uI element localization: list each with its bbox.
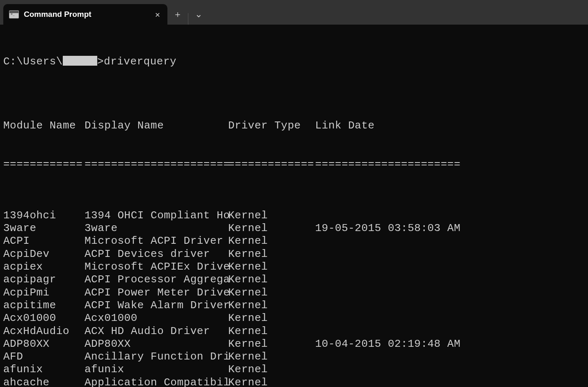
- cell-link: [315, 273, 585, 286]
- cell-type: Kernel: [228, 325, 315, 338]
- cell-type: Kernel: [228, 286, 315, 299]
- sep-type: =============: [228, 158, 315, 171]
- table-row: ahcacheApplication CompatibilKernel: [3, 376, 585, 387]
- cell-display: ACPI Processor Aggrega: [85, 273, 228, 286]
- table-row: 3ware3wareKernel19-05-2015 03:58:03 AM: [3, 222, 585, 235]
- cell-link: [315, 325, 585, 338]
- titlebar: Command Prompt ✕ ＋ ⌄: [0, 0, 588, 25]
- cell-module: ACPI: [3, 235, 85, 247]
- header-type: Driver Type: [228, 119, 315, 132]
- cell-type: Kernel: [228, 312, 315, 325]
- tab-title: Command Prompt: [24, 10, 152, 19]
- cell-module: AcpiPmi: [3, 286, 85, 299]
- sep-module: ============: [3, 158, 85, 171]
- cell-display: Acx01000: [85, 312, 228, 325]
- cell-link: [315, 248, 585, 261]
- cell-module: 1394ohci: [3, 209, 85, 222]
- data-rows-container: 1394ohci1394 OHCI Compliant HoKernel3war…: [3, 209, 585, 387]
- cell-module: ahcache: [3, 376, 85, 387]
- cell-module: acpipagr: [3, 273, 85, 286]
- cell-type: Kernel: [228, 273, 315, 286]
- prompt-line: C:\Users\>driverquery: [3, 55, 585, 68]
- cell-module: Acx01000: [3, 312, 85, 325]
- cell-link: [315, 209, 585, 222]
- redacted-username: [63, 56, 97, 66]
- cell-display: afunix: [85, 363, 228, 376]
- cell-link: [315, 376, 585, 387]
- separator-row: ============ ====================== ====…: [3, 158, 585, 171]
- cell-display: 1394 OHCI Compliant Ho: [85, 209, 228, 222]
- terminal-output[interactable]: C:\Users\>driverquery Module Name Displa…: [0, 25, 588, 387]
- cell-module: acpiex: [3, 261, 85, 273]
- active-tab[interactable]: Command Prompt ✕: [3, 4, 167, 25]
- cell-link: [315, 363, 585, 376]
- cell-link: [315, 235, 585, 247]
- cell-link: 19-05-2015 03:58:03 AM: [315, 222, 585, 235]
- table-row: ACPIMicrosoft ACPI DriverKernel: [3, 235, 585, 247]
- tab-dropdown-button[interactable]: ⌄: [188, 4, 209, 25]
- cell-link: [315, 261, 585, 273]
- cell-module: afunix: [3, 363, 85, 376]
- table-row: AcxHdAudioACX HD Audio DriverKernel: [3, 325, 585, 338]
- cell-type: Kernel: [228, 350, 315, 363]
- table-row: acpipagrACPI Processor AggregaKernel: [3, 273, 585, 286]
- cell-display: 3ware: [85, 222, 228, 235]
- cell-display: ACPI Devices driver: [85, 248, 228, 261]
- header-row: Module Name Display Name Driver Type Lin…: [3, 119, 585, 132]
- cell-type: Kernel: [228, 376, 315, 387]
- cell-display: ACPI Wake Alarm Driver: [85, 299, 228, 312]
- cell-display: Application Compatibil: [85, 376, 228, 387]
- cell-module: ADP80XX: [3, 338, 85, 350]
- cell-display: Microsoft ACPI Driver: [85, 235, 228, 247]
- cell-display: Microsoft ACPIEx Drive: [85, 261, 228, 273]
- close-tab-button[interactable]: ✕: [152, 9, 163, 20]
- cell-display: Ancillary Function Dri: [85, 350, 228, 363]
- sep-link: ======================: [315, 158, 585, 171]
- cell-module: 3ware: [3, 222, 85, 235]
- cell-module: AFD: [3, 350, 85, 363]
- cell-display: ACX HD Audio Driver: [85, 325, 228, 338]
- cell-type: Kernel: [228, 235, 315, 247]
- table-row: acpiexMicrosoft ACPIEx DriveKernel: [3, 261, 585, 273]
- cell-link: [315, 312, 585, 325]
- table-row: 1394ohci1394 OHCI Compliant HoKernel: [3, 209, 585, 222]
- table-row: acpitimeACPI Wake Alarm DriverKernel: [3, 299, 585, 312]
- table-row: ADP80XXADP80XXKernel10-04-2015 02:19:48 …: [3, 338, 585, 350]
- cell-module: AcpiDev: [3, 248, 85, 261]
- table-row: AcpiPmiACPI Power Meter DriveKernel: [3, 286, 585, 299]
- prompt-path-prefix: C:\Users\: [3, 55, 63, 68]
- cell-type: Kernel: [228, 299, 315, 312]
- new-tab-button[interactable]: ＋: [167, 4, 188, 25]
- table-row: AcpiDevACPI Devices driverKernel: [3, 248, 585, 261]
- cell-type: Kernel: [228, 363, 315, 376]
- cell-link: [315, 350, 585, 363]
- table-row: afunixafunixKernel: [3, 363, 585, 376]
- command-prompt-icon: [9, 10, 19, 18]
- cell-type: Kernel: [228, 209, 315, 222]
- cell-display: ACPI Power Meter Drive: [85, 286, 228, 299]
- header-link: Link Date: [315, 119, 585, 132]
- prompt-suffix: >: [97, 55, 104, 68]
- cell-type: Kernel: [228, 261, 315, 273]
- command-text: driverquery: [104, 55, 176, 68]
- cell-link: [315, 299, 585, 312]
- cell-module: AcxHdAudio: [3, 325, 85, 338]
- cell-display: ADP80XX: [85, 338, 228, 350]
- cell-link: [315, 286, 585, 299]
- sep-display: ======================: [85, 158, 228, 171]
- cell-module: acpitime: [3, 299, 85, 312]
- cell-type: Kernel: [228, 338, 315, 350]
- header-module: Module Name: [3, 119, 85, 132]
- header-display: Display Name: [85, 119, 228, 132]
- table-row: Acx01000Acx01000Kernel: [3, 312, 585, 325]
- cell-link: 10-04-2015 02:19:48 AM: [315, 338, 585, 350]
- cell-type: Kernel: [228, 248, 315, 261]
- table-row: AFDAncillary Function DriKernel: [3, 350, 585, 363]
- cell-type: Kernel: [228, 222, 315, 235]
